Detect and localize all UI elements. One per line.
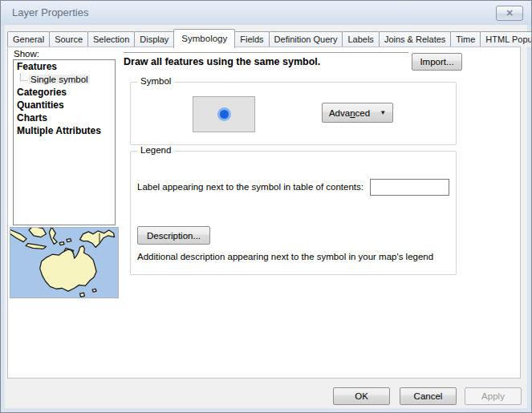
- tab-symbology[interactable]: Symbology: [173, 29, 235, 48]
- show-item-multiple-attributes[interactable]: Multiple Attributes: [14, 124, 115, 137]
- close-button[interactable]: ✕: [496, 6, 523, 21]
- dialog-client-area: General Source Selection Display Symbolo…: [5, 25, 527, 408]
- tab-fields[interactable]: Fields: [234, 31, 269, 47]
- description-button[interactable]: Description...: [137, 226, 210, 245]
- apply-button[interactable]: Apply: [465, 387, 522, 405]
- cancel-button[interactable]: Cancel: [400, 387, 457, 405]
- tab-html-popup[interactable]: HTML Popup: [480, 31, 532, 47]
- additional-description-text: Additional description appearing next to…: [137, 252, 433, 261]
- tab-selection[interactable]: Selection: [87, 31, 135, 47]
- show-listbox: Features Single symbol Categories Quanti…: [13, 59, 116, 225]
- method-description: Draw all features using the same symbol.: [124, 56, 320, 67]
- show-item-single-symbol[interactable]: Single symbol: [14, 73, 115, 86]
- tab-labels[interactable]: Labels: [342, 31, 379, 47]
- show-label: Show:: [14, 49, 39, 59]
- import-button[interactable]: Import...: [412, 53, 462, 71]
- show-item-charts[interactable]: Charts: [14, 111, 115, 124]
- legend-label-text: Label appearing next to the symbol in ta…: [137, 182, 363, 192]
- symbol-group-title: Symbol: [137, 76, 174, 86]
- title-bar[interactable]: Layer Properties ✕: [1, 1, 531, 25]
- symbol-preview-button[interactable]: [193, 96, 255, 132]
- map-thumbnail: [10, 227, 119, 298]
- close-icon: ✕: [506, 9, 513, 18]
- tree-branch-icon: [20, 74, 27, 81]
- header-separator: [124, 52, 408, 53]
- show-item-features[interactable]: Features: [14, 60, 115, 73]
- tab-joins-relates[interactable]: Joins & Relates: [379, 31, 451, 47]
- show-item-categories[interactable]: Categories: [14, 86, 115, 99]
- legend-label-input[interactable]: [370, 179, 449, 196]
- legend-groupbox: Legend Label appearing next to the symbo…: [130, 151, 457, 275]
- symbol-groupbox: Symbol Advanced ▼: [130, 82, 457, 145]
- tab-source[interactable]: Source: [49, 31, 88, 47]
- ok-button[interactable]: OK: [333, 387, 390, 405]
- show-item-quantities[interactable]: Quantities: [14, 99, 115, 111]
- advanced-dropdown-button[interactable]: Advanced ▼: [322, 103, 393, 123]
- legend-group-title: Legend: [137, 145, 174, 155]
- australia-map-graphic: [10, 228, 118, 298]
- window-title: Layer Properties: [12, 6, 88, 18]
- layer-properties-dialog: Layer Properties ✕ General Source Select…: [0, 0, 532, 413]
- symbology-tab-page: Show: Features Single symbol Categories …: [7, 47, 521, 379]
- tab-time[interactable]: Time: [450, 31, 481, 47]
- tab-definition-query[interactable]: Definition Query: [269, 31, 343, 47]
- tab-strip: General Source Selection Display Symbolo…: [7, 29, 525, 47]
- tab-general[interactable]: General: [7, 31, 50, 47]
- tab-display[interactable]: Display: [134, 31, 174, 47]
- chevron-down-icon: ▼: [380, 109, 386, 116]
- point-symbol-icon: [217, 107, 231, 121]
